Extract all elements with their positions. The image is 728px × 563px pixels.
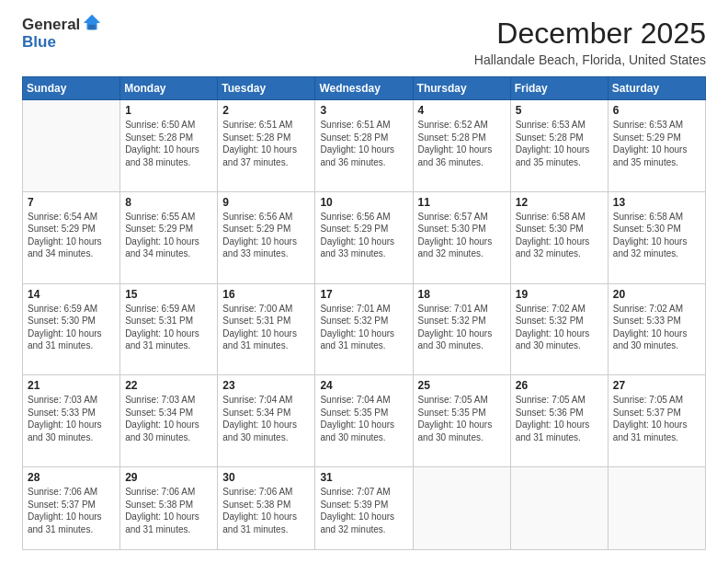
cell-info: Sunrise: 7:02 AM Sunset: 5:32 PM Dayligh… <box>516 303 603 352</box>
header: General Blue December 2025 Hallandale Be… <box>22 17 706 67</box>
calendar-cell: 22Sunrise: 7:03 AM Sunset: 5:34 PM Dayli… <box>120 375 218 467</box>
day-number: 24 <box>320 379 407 392</box>
calendar-cell: 4Sunrise: 6:52 AM Sunset: 5:28 PM Daylig… <box>413 100 510 192</box>
logo-blue: Blue <box>22 34 102 52</box>
cell-info: Sunrise: 7:06 AM Sunset: 5:38 PM Dayligh… <box>125 486 212 535</box>
calendar-day-header: Friday <box>510 77 608 100</box>
calendar-week-row: 7Sunrise: 6:54 AM Sunset: 5:29 PM Daylig… <box>23 191 706 283</box>
cell-info: Sunrise: 7:00 AM Sunset: 5:31 PM Dayligh… <box>222 303 310 352</box>
cell-info: Sunrise: 6:58 AM Sunset: 5:30 PM Dayligh… <box>613 211 700 260</box>
day-number: 28 <box>28 471 115 484</box>
cell-info: Sunrise: 7:01 AM Sunset: 5:32 PM Dayligh… <box>320 303 407 352</box>
calendar-cell: 27Sunrise: 7:05 AM Sunset: 5:37 PM Dayli… <box>608 375 705 467</box>
calendar-week-row: 14Sunrise: 6:59 AM Sunset: 5:30 PM Dayli… <box>23 283 706 375</box>
cell-info: Sunrise: 6:51 AM Sunset: 5:28 PM Dayligh… <box>222 119 310 168</box>
calendar-cell: 6Sunrise: 6:53 AM Sunset: 5:29 PM Daylig… <box>608 100 705 192</box>
calendar-cell: 20Sunrise: 7:02 AM Sunset: 5:33 PM Dayli… <box>608 283 705 375</box>
cell-info: Sunrise: 6:58 AM Sunset: 5:30 PM Dayligh… <box>516 211 603 260</box>
calendar-cell: 13Sunrise: 6:58 AM Sunset: 5:30 PM Dayli… <box>608 191 705 283</box>
day-number: 26 <box>516 379 603 392</box>
calendar-day-header: Thursday <box>413 77 510 100</box>
calendar-cell: 8Sunrise: 6:55 AM Sunset: 5:29 PM Daylig… <box>120 191 218 283</box>
calendar-cell: 10Sunrise: 6:56 AM Sunset: 5:29 PM Dayli… <box>315 191 413 283</box>
cell-info: Sunrise: 6:52 AM Sunset: 5:28 PM Dayligh… <box>418 119 506 168</box>
calendar-cell: 11Sunrise: 6:57 AM Sunset: 5:30 PM Dayli… <box>413 191 510 283</box>
calendar-cell: 24Sunrise: 7:04 AM Sunset: 5:35 PM Dayli… <box>315 375 413 467</box>
page: General Blue December 2025 Hallandale Be… <box>0 0 728 563</box>
day-number: 16 <box>222 288 310 301</box>
cell-info: Sunrise: 6:57 AM Sunset: 5:30 PM Dayligh… <box>418 211 506 260</box>
calendar-cell: 12Sunrise: 6:58 AM Sunset: 5:30 PM Dayli… <box>510 191 608 283</box>
title-block: December 2025 Hallandale Beach, Florida,… <box>474 17 706 67</box>
calendar-cell: 21Sunrise: 7:03 AM Sunset: 5:33 PM Dayli… <box>23 375 120 467</box>
day-number: 21 <box>28 379 115 392</box>
calendar-cell: 7Sunrise: 6:54 AM Sunset: 5:29 PM Daylig… <box>23 191 120 283</box>
day-number: 11 <box>418 196 506 209</box>
cell-info: Sunrise: 7:01 AM Sunset: 5:32 PM Dayligh… <box>418 303 506 352</box>
calendar-cell: 14Sunrise: 6:59 AM Sunset: 5:30 PM Dayli… <box>23 283 120 375</box>
day-number: 1 <box>125 104 212 117</box>
cell-info: Sunrise: 6:55 AM Sunset: 5:29 PM Dayligh… <box>125 211 212 260</box>
day-number: 22 <box>125 379 212 392</box>
cell-info: Sunrise: 7:05 AM Sunset: 5:36 PM Dayligh… <box>516 394 603 443</box>
cell-info: Sunrise: 6:50 AM Sunset: 5:28 PM Dayligh… <box>125 119 212 168</box>
calendar-cell: 16Sunrise: 7:00 AM Sunset: 5:31 PM Dayli… <box>218 283 315 375</box>
cell-info: Sunrise: 7:06 AM Sunset: 5:37 PM Dayligh… <box>28 486 115 535</box>
day-number: 17 <box>320 288 407 301</box>
day-number: 8 <box>125 196 212 209</box>
calendar-cell: 23Sunrise: 7:04 AM Sunset: 5:34 PM Dayli… <box>218 375 315 467</box>
location: Hallandale Beach, Florida, United States <box>474 52 706 67</box>
calendar-cell: 30Sunrise: 7:06 AM Sunset: 5:38 PM Dayli… <box>218 467 315 550</box>
cell-info: Sunrise: 6:59 AM Sunset: 5:30 PM Dayligh… <box>28 303 115 352</box>
cell-info: Sunrise: 6:51 AM Sunset: 5:28 PM Dayligh… <box>320 119 407 168</box>
cell-info: Sunrise: 7:03 AM Sunset: 5:34 PM Dayligh… <box>125 394 212 443</box>
day-number: 25 <box>418 379 506 392</box>
logo: General Blue <box>22 17 102 51</box>
calendar-week-row: 1Sunrise: 6:50 AM Sunset: 5:28 PM Daylig… <box>23 100 706 192</box>
day-number: 15 <box>125 288 212 301</box>
month-title: December 2025 <box>474 17 706 51</box>
calendar-day-header: Wednesday <box>315 77 413 100</box>
logo-icon <box>82 13 102 33</box>
calendar-cell: 26Sunrise: 7:05 AM Sunset: 5:36 PM Dayli… <box>510 375 608 467</box>
calendar-header-row: SundayMondayTuesdayWednesdayThursdayFrid… <box>23 77 706 100</box>
calendar-cell: 9Sunrise: 6:56 AM Sunset: 5:29 PM Daylig… <box>218 191 315 283</box>
cell-info: Sunrise: 7:05 AM Sunset: 5:35 PM Dayligh… <box>418 394 506 443</box>
cell-info: Sunrise: 6:59 AM Sunset: 5:31 PM Dayligh… <box>125 303 212 352</box>
calendar-day-header: Sunday <box>23 77 120 100</box>
cell-info: Sunrise: 7:05 AM Sunset: 5:37 PM Dayligh… <box>613 394 700 443</box>
cell-info: Sunrise: 6:54 AM Sunset: 5:29 PM Dayligh… <box>28 211 115 260</box>
day-number: 13 <box>613 196 700 209</box>
day-number: 29 <box>125 471 212 484</box>
calendar-cell <box>608 467 705 550</box>
calendar-cell <box>23 100 120 192</box>
day-number: 3 <box>320 104 407 117</box>
day-number: 31 <box>320 471 407 484</box>
cell-info: Sunrise: 7:04 AM Sunset: 5:34 PM Dayligh… <box>222 394 310 443</box>
calendar-week-row: 21Sunrise: 7:03 AM Sunset: 5:33 PM Dayli… <box>23 375 706 467</box>
day-number: 7 <box>28 196 115 209</box>
cell-info: Sunrise: 7:07 AM Sunset: 5:39 PM Dayligh… <box>320 486 407 535</box>
calendar-cell: 31Sunrise: 7:07 AM Sunset: 5:39 PM Dayli… <box>315 467 413 550</box>
cell-info: Sunrise: 6:56 AM Sunset: 5:29 PM Dayligh… <box>320 211 407 260</box>
day-number: 23 <box>222 379 310 392</box>
cell-info: Sunrise: 7:04 AM Sunset: 5:35 PM Dayligh… <box>320 394 407 443</box>
calendar-day-header: Saturday <box>608 77 705 100</box>
calendar-cell <box>413 467 510 550</box>
cell-info: Sunrise: 7:06 AM Sunset: 5:38 PM Dayligh… <box>222 486 310 535</box>
day-number: 10 <box>320 196 407 209</box>
cell-info: Sunrise: 6:56 AM Sunset: 5:29 PM Dayligh… <box>222 211 310 260</box>
calendar-week-row: 28Sunrise: 7:06 AM Sunset: 5:37 PM Dayli… <box>23 467 706 550</box>
day-number: 6 <box>613 104 700 117</box>
cell-info: Sunrise: 7:03 AM Sunset: 5:33 PM Dayligh… <box>28 394 115 443</box>
day-number: 4 <box>418 104 506 117</box>
calendar-cell <box>510 467 608 550</box>
day-number: 9 <box>222 196 310 209</box>
cell-info: Sunrise: 7:02 AM Sunset: 5:33 PM Dayligh… <box>613 303 700 352</box>
calendar-cell: 19Sunrise: 7:02 AM Sunset: 5:32 PM Dayli… <box>510 283 608 375</box>
day-number: 18 <box>418 288 506 301</box>
calendar-cell: 5Sunrise: 6:53 AM Sunset: 5:28 PM Daylig… <box>510 100 608 192</box>
day-number: 30 <box>222 471 310 484</box>
calendar-cell: 1Sunrise: 6:50 AM Sunset: 5:28 PM Daylig… <box>120 100 218 192</box>
calendar-cell: 3Sunrise: 6:51 AM Sunset: 5:28 PM Daylig… <box>315 100 413 192</box>
